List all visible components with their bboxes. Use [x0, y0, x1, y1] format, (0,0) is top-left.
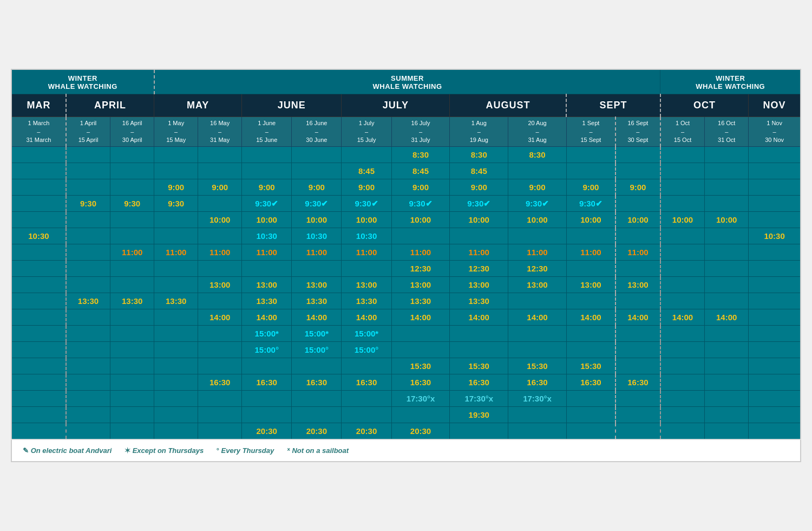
time-cell-2-5: 9:00: [242, 179, 292, 196]
time-cell-12-9: [450, 342, 508, 358]
time-cell-5-7: 10:30: [342, 228, 391, 244]
time-cell-0-8: 8:30: [391, 147, 450, 163]
time-cell-13-4: [198, 358, 242, 374]
time-cell-8-2: [110, 277, 154, 293]
legend-row: ✎ On electric boat Andvari ✶ Except on T…: [11, 439, 801, 462]
time-cell-11-15: [749, 326, 801, 342]
time-cell-2-8: 9:00: [391, 179, 450, 196]
time-cell-0-13: [660, 147, 705, 163]
time-cell-15-14: [705, 391, 749, 407]
time-cell-14-9: 16:30: [450, 374, 508, 391]
time-cell-10-3: [154, 309, 198, 326]
season-winter-right: WINTERWHALE WATCHING: [660, 69, 801, 94]
time-cell-15-5: [242, 391, 292, 407]
date-range-0: 1 March–31 March: [11, 117, 66, 147]
time-cell-16-15: [749, 407, 801, 423]
time-cell-14-3: [154, 374, 198, 391]
time-cell-13-3: [154, 358, 198, 374]
time-cell-17-7: 20:30: [342, 423, 391, 439]
time-cell-6-1: [66, 244, 110, 261]
time-cell-5-11: [566, 228, 615, 244]
time-cell-12-12: [615, 342, 660, 358]
time-cell-3-1: 9:30: [66, 196, 110, 212]
time-cell-8-1: [66, 277, 110, 293]
time-cell-4-4: 10:00: [198, 212, 242, 228]
time-cell-6-13: [660, 244, 705, 261]
time-cell-5-5: 10:30: [242, 228, 292, 244]
time-cell-1-0: [11, 163, 66, 179]
time-cell-0-4: [198, 147, 242, 163]
time-cell-13-14: [705, 358, 749, 374]
time-cell-7-7: [342, 261, 391, 277]
time-cell-5-4: [198, 228, 242, 244]
month-header-mar: MAR: [11, 94, 66, 117]
time-cell-9-9: 13:30: [450, 293, 508, 309]
time-cell-8-7: 13:00: [342, 277, 391, 293]
time-cell-1-12: [615, 163, 660, 179]
time-cell-6-7: 11:00: [342, 244, 391, 261]
time-cell-7-3: [154, 261, 198, 277]
time-cell-3-2: 9:30: [110, 196, 154, 212]
time-cell-13-13: [660, 358, 705, 374]
time-cell-13-11: 15:30: [566, 358, 615, 374]
time-cell-3-15: [749, 196, 801, 212]
time-cell-13-12: [615, 358, 660, 374]
time-cell-0-10: 8:30: [508, 147, 567, 163]
time-cell-7-9: 12:30: [450, 261, 508, 277]
time-cell-5-15: 10:30: [749, 228, 801, 244]
time-cell-17-6: 20:30: [292, 423, 342, 439]
legend-star: ✶ Except on Thursdays: [125, 446, 204, 455]
time-cell-13-8: 15:30: [391, 358, 450, 374]
time-cell-15-3: [154, 391, 198, 407]
time-cell-6-4: 11:00: [198, 244, 242, 261]
time-cell-10-15: [749, 309, 801, 326]
time-cell-6-8: 11:00: [391, 244, 450, 261]
time-cell-4-7: 10:00: [342, 212, 391, 228]
time-cell-16-8: [391, 407, 450, 423]
time-cell-11-8: [391, 326, 450, 342]
time-cell-1-14: [705, 163, 749, 179]
time-cell-3-10: 9:30✔: [508, 196, 567, 212]
time-cell-7-4: [198, 261, 242, 277]
time-cell-1-9: 8:45: [450, 163, 508, 179]
time-cell-3-11: 9:30✔: [566, 196, 615, 212]
time-cell-12-4: [198, 342, 242, 358]
time-cell-12-2: [110, 342, 154, 358]
time-cell-5-2: [110, 228, 154, 244]
time-cell-16-12: [615, 407, 660, 423]
time-cell-12-7: 15:00°: [342, 342, 391, 358]
time-cell-7-2: [110, 261, 154, 277]
time-cell-17-13: [660, 423, 705, 439]
time-cell-2-12: 9:00: [615, 179, 660, 196]
time-cell-10-2: [110, 309, 154, 326]
time-cell-5-1: [66, 228, 110, 244]
time-cell-4-15: [749, 212, 801, 228]
time-cell-10-11: 14:00: [566, 309, 615, 326]
time-cell-14-10: 16:30: [508, 374, 567, 391]
time-cell-7-6: [292, 261, 342, 277]
time-cell-0-6: [292, 147, 342, 163]
time-cell-10-8: 14:00: [391, 309, 450, 326]
time-cell-0-1: [66, 147, 110, 163]
time-cell-2-7: 9:00: [342, 179, 391, 196]
time-cell-5-12: [615, 228, 660, 244]
time-cell-7-0: [11, 261, 66, 277]
time-cell-15-8: 17:30°x: [391, 391, 450, 407]
time-cell-9-2: 13:30: [110, 293, 154, 309]
time-cell-3-4: [198, 196, 242, 212]
time-cell-15-13: [660, 391, 705, 407]
time-cell-15-7: [342, 391, 391, 407]
month-header-sept: SEPT: [566, 94, 660, 117]
time-cell-15-9: 17:30°x: [450, 391, 508, 407]
time-cell-17-12: [615, 423, 660, 439]
time-cell-14-11: 16:30: [566, 374, 615, 391]
time-cell-11-10: [508, 326, 567, 342]
time-cell-8-8: 13:00: [391, 277, 450, 293]
time-cell-13-9: 15:30: [450, 358, 508, 374]
month-header-oct: OCT: [660, 94, 749, 117]
month-header-august: AUGUST: [450, 94, 567, 117]
time-cell-2-6: 9:00: [292, 179, 342, 196]
time-cell-16-13: [660, 407, 705, 423]
time-cell-2-11: 9:00: [566, 179, 615, 196]
time-cell-17-8: 20:30: [391, 423, 450, 439]
